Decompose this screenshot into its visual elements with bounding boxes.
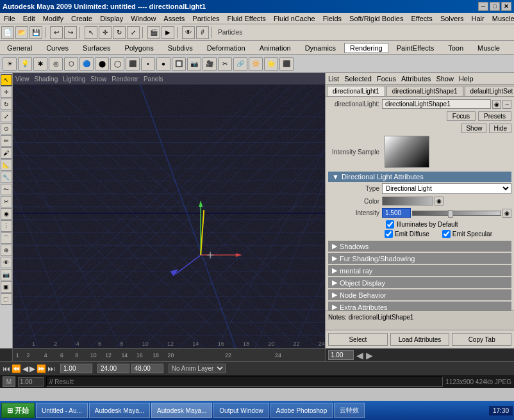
menu-particles[interactable]: Particles [188,14,223,23]
menu-create[interactable]: Create [67,14,96,23]
close-button[interactable]: ✕ [501,2,511,11]
anim-start-field[interactable] [97,364,129,373]
command-line[interactable]: // Result: [46,376,443,387]
viewport-canvas[interactable]: 124681012141618202224 [13,85,325,348]
tab-toon[interactable]: Toon [442,43,469,53]
panel-menu-list[interactable]: List [328,75,339,83]
toolbar-ipr[interactable]: ▶ [162,26,174,39]
select-button[interactable]: Select [328,333,388,346]
tool-measure[interactable]: 📐 [1,159,12,171]
shelf-icon-1[interactable]: ☀ [3,57,17,71]
shelf-icon-2[interactable]: 💡 [18,57,32,71]
menu-effects[interactable]: Effects [407,14,436,23]
shelf-icon-10[interactable]: ▪ [141,57,155,71]
intensity-map-btn[interactable]: ◉ [502,209,511,218]
shadows-section[interactable]: ▶ Shadows [328,241,511,252]
tool-sculpt[interactable]: ◉ [1,208,12,220]
taskbar-item-yuntexiao[interactable]: 云特效 [334,403,365,418]
panel-menu-selected[interactable]: Selected [344,75,372,83]
fur-shading-section[interactable]: ▶ Fur Shading/Shadowing [328,253,511,264]
start-frame-field[interactable] [60,364,92,373]
illuminates-default-checkbox[interactable] [386,220,394,229]
tool-rivet[interactable]: ⊕ [1,245,12,256]
presets-button[interactable]: Presets [478,111,511,121]
play-back-btn[interactable]: ◀ [22,364,28,373]
toolbar-new[interactable]: 📄 [1,26,14,39]
tab-dynamics[interactable]: Dynamics [299,43,342,53]
panel-menu-attributes[interactable]: Attributes [401,75,431,83]
tab-curves[interactable]: Curves [40,43,74,53]
shelf-icon-8[interactable]: ◯ [110,57,124,71]
menu-fields[interactable]: Fields [319,14,345,23]
panel-menu-focus[interactable]: Focus [377,75,396,83]
tool-deform[interactable]: ⋮ [1,220,12,232]
panel-menu-help[interactable]: Help [459,75,474,83]
directional-light-value[interactable]: directionalLightShape1 [382,99,491,109]
timeline-prev-btn[interactable]: ◀ [356,350,363,360]
object-display-section[interactable]: ▶ Object Display [328,277,511,288]
shelf-icon-19[interactable]: ⬛ [279,57,294,71]
emit-specular-checkbox[interactable] [442,230,451,238]
status-icon-1[interactable]: M [3,376,15,387]
minimize-button[interactable]: ─ [478,2,488,11]
toolbar-select[interactable]: ↖ [85,26,97,39]
shelf-icon-7[interactable]: ⬤ [95,57,109,71]
tool-select[interactable]: ↖ [1,74,12,86]
timeline-numbers[interactable]: 1 2 4 6 8 10 12 14 16 18 20 22 24 [13,349,325,361]
menu-hair[interactable]: Hair [468,14,488,23]
toolbar-move[interactable]: ✛ [99,26,112,39]
toolbar-save[interactable]: 💾 [29,26,42,39]
hide-button[interactable]: Hide [489,124,511,133]
attr-tab-shape[interactable]: directionalLightShape1 [386,86,463,96]
menu-solvers[interactable]: Solvers [436,14,468,23]
tool-curve[interactable]: 〜 [1,184,12,195]
shelf-icon-17[interactable]: 🔆 [249,57,263,71]
arrow-button[interactable]: → [502,100,511,109]
taskbar-item-untitled[interactable]: Untitled - Au... [36,403,88,418]
timeline-next-btn[interactable]: ▶ [366,350,373,360]
tool-split[interactable]: ✂ [1,196,12,207]
tab-surfaces[interactable]: Surfaces [77,43,116,53]
shelf-icon-5[interactable]: ⬡ [64,57,78,71]
tool-render2[interactable]: ▣ [1,281,12,293]
color-bar[interactable] [382,197,433,206]
menu-soft-rigid[interactable]: Soft/Rigid Bodies [345,14,407,23]
menu-assets[interactable]: Assets [160,14,188,23]
menu-muscle[interactable]: Muscle [488,14,514,23]
tab-general[interactable]: General [1,43,38,53]
timeline-frame-input[interactable] [328,350,354,360]
tool-artisan[interactable]: 🖌 [1,147,12,159]
toolbar-render[interactable]: 🎬 [147,26,160,39]
tool-bend[interactable]: ⌒ [1,232,12,244]
tool-show[interactable]: 👁 [1,257,12,268]
shelf-icon-3[interactable]: ✱ [33,57,47,71]
shelf-icon-14[interactable]: 🎥 [203,57,217,71]
shelf-icon-4[interactable]: ◎ [49,57,63,71]
attr-tab-default[interactable]: defaultLightSet [465,86,514,96]
color-map-btn[interactable]: ◉ [435,197,444,206]
viewport-menu-renderer[interactable]: Renderer [112,76,138,83]
viewport-menu-lighting[interactable]: Lighting [63,76,85,83]
show-button[interactable]: Show [461,124,486,133]
tab-polygons[interactable]: Polygons [119,43,159,53]
panel-menu-show[interactable]: Show [436,75,454,83]
shelf-icon-16[interactable]: 🔗 [233,57,247,71]
tool-rotate[interactable]: ↻ [1,99,12,110]
toolbar-scale[interactable]: ⤢ [127,26,140,39]
extra-attributes-section[interactable]: ▶ Extra Attributes [328,302,511,311]
toolbar-grid[interactable]: # [196,26,209,39]
intensity-input[interactable] [382,208,411,218]
status-frame-field[interactable] [18,377,44,387]
taskbar-item-photoshop[interactable]: Adobe Photoshop [270,403,333,418]
shelf-icon-9[interactable]: ⬛ [126,57,140,71]
tab-deformation[interactable]: Deformation [201,43,251,53]
shelf-icon-15[interactable]: ✂ [218,57,232,71]
viewport-menu-shading[interactable]: Shading [35,76,58,83]
menu-window[interactable]: Window [127,14,160,23]
menu-file[interactable]: File [0,14,19,23]
prev-frame-btn[interactable]: ⏪ [12,364,21,373]
type-select[interactable]: Directional Light Point Light Spot Light… [382,183,511,194]
menu-edit[interactable]: Edit [19,14,39,23]
tab-painteffects[interactable]: PaintEffects [391,43,440,53]
tool-camera[interactable]: 📷 [1,269,12,280]
